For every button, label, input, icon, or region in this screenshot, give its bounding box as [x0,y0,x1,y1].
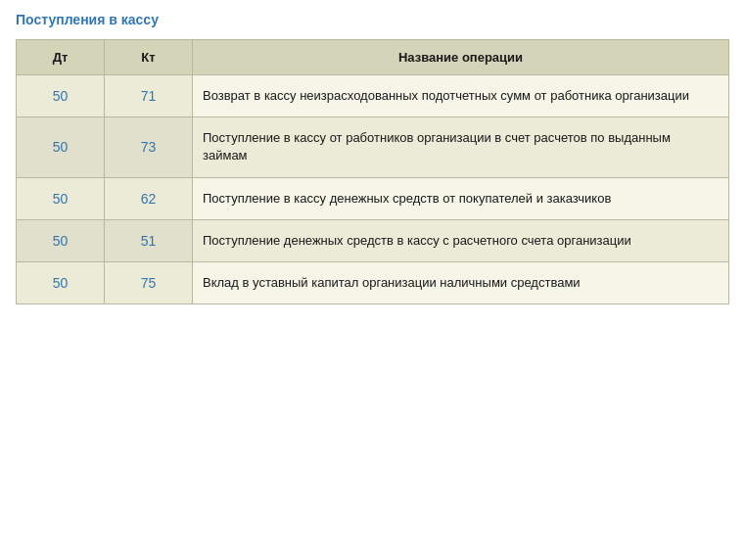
table-row: 5062Поступление в кассу денежных средств… [17,177,729,219]
cell-dt: 50 [17,219,105,261]
cell-kt: 51 [105,219,193,261]
cell-operation-name: Поступление денежных средств в кассу с р… [193,219,729,261]
cell-dt: 50 [17,261,105,303]
table-row: 5071Возврат в кассу неизрасходованных по… [17,75,729,117]
header-operation: Название операции [193,40,729,75]
cell-operation-name: Поступление в кассу денежных средств от … [193,177,729,219]
cell-kt: 71 [105,75,193,117]
header-dt: Дт [17,40,105,75]
cell-operation-name: Возврат в кассу неизрасходованных подотч… [193,75,729,117]
page-title: Поступления в кассу [16,12,729,27]
cell-dt: 50 [17,75,105,117]
cell-operation-name: Поступление в кассу от работников органи… [193,117,729,177]
cell-dt: 50 [17,177,105,219]
cell-kt: 75 [105,261,193,303]
operations-table: Дт Кт Название операции 5071Возврат в ка… [16,39,729,304]
table-row: 5073Поступление в кассу от работников ор… [17,117,729,177]
table-row: 5051Поступление денежных средств в кассу… [17,219,729,261]
cell-kt: 73 [105,117,193,177]
cell-operation-name: Вклад в уставный капитал организации нал… [193,261,729,303]
header-kt: Кт [105,40,193,75]
table-row: 5075Вклад в уставный капитал организации… [17,261,729,303]
cell-kt: 62 [105,177,193,219]
cell-dt: 50 [17,117,105,177]
